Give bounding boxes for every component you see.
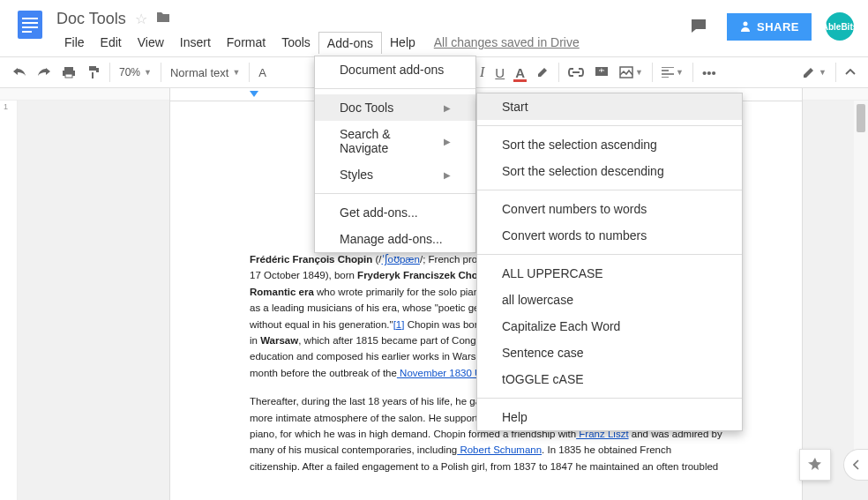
submenu-num-to-words[interactable]: Convert numbers to words [477,196,742,222]
share-label: SHARE [757,20,799,34]
undo-button[interactable] [7,63,32,82]
avatar[interactable]: AbleBits [826,12,854,41]
menubar: File Edit View Insert Format Tools Add-o… [56,30,685,55]
menu-doc-tools[interactable]: Doc Tools▶ [315,94,475,121]
side-panel-toggle[interactable] [843,449,868,481]
submenu-capitalize[interactable]: Capitalize Each Word [477,313,742,340]
submenu-sort-asc[interactable]: Sort the selection ascending [477,131,742,158]
submenu-sort-desc[interactable]: Sort the selection descending [477,158,742,184]
chevron-right-icon: ▶ [444,137,451,146]
chevron-right-icon: ▶ [444,170,451,180]
font-select[interactable]: A [253,63,272,83]
svg-rect-0 [18,11,42,39]
svg-rect-8 [65,74,72,78]
italic-button[interactable]: I [475,61,490,84]
submenu-upper[interactable]: ALL UPPERCASE [477,260,742,287]
svg-rect-9 [89,66,96,71]
align-button[interactable]: ▼ [656,63,689,81]
submenu-sentence[interactable]: Sentence case [477,340,742,366]
svg-point-5 [743,22,747,26]
menu-view[interactable]: View [130,32,172,53]
submenu-words-to-num[interactable]: Convert words to numbers [477,222,742,249]
person-add-icon [739,20,752,33]
editing-mode-button[interactable]: ▼ [797,62,832,83]
svg-rect-1 [22,18,38,19]
menu-insert[interactable]: Insert [172,32,219,53]
paragraph-style-select[interactable]: Normal text▼ [165,63,245,83]
more-button[interactable]: ••• [697,62,722,84]
menu-document-addons[interactable]: Document add-ons [315,56,475,83]
vertical-ruler[interactable]: 1 [0,101,18,500]
underline-button[interactable]: U [490,62,510,84]
explore-button[interactable] [799,449,831,481]
comments-button[interactable] [685,12,713,41]
ipa-link[interactable]: ˈʃoʊpæn [382,254,420,265]
submenu-start[interactable]: Start [477,93,742,120]
addons-dropdown: Document add-ons Doc Tools▶ Search & Nav… [314,56,476,253]
paint-format-button[interactable] [81,62,106,83]
vertical-scrollbar[interactable] [854,101,868,474]
highlight-button[interactable] [530,62,555,83]
menu-help[interactable]: Help [382,32,423,53]
save-status[interactable]: All changes saved in Drive [434,35,580,49]
star-icon[interactable]: ☆ [135,11,147,27]
submenu-toggle[interactable]: tOGGLE cASE [477,366,742,392]
link-button[interactable] [563,64,589,80]
menu-edit[interactable]: Edit [93,32,130,53]
schumann-link[interactable]: Robert Schumann [457,444,542,455]
redo-button[interactable] [32,63,56,82]
svg-rect-6 [64,67,73,71]
scrollbar-thumb[interactable] [857,104,865,132]
svg-text:+: + [599,66,603,75]
submenu-help[interactable]: Help [477,404,742,430]
folder-icon[interactable] [156,11,170,26]
ruler-tick: 1 [4,102,8,111]
menu-addons[interactable]: Add-ons [318,32,382,54]
collapse-toolbar-button[interactable] [840,65,861,79]
menu-tools[interactable]: Tools [273,32,318,53]
menu-styles[interactable]: Styles▶ [315,161,475,188]
zoom-select[interactable]: 70%▼ [114,63,157,82]
chevron-right-icon: ▶ [444,103,451,113]
docs-logo[interactable] [14,9,49,44]
image-button[interactable]: ▼ [614,63,648,82]
menu-search-navigate[interactable]: Search & Navigate▶ [315,121,475,161]
share-button[interactable]: SHARE [727,13,812,41]
menu-get-addons[interactable]: Get add-ons... [315,199,475,226]
doc-title[interactable]: Doc Tools [56,10,126,28]
text-color-button[interactable]: A [510,62,530,84]
print-button[interactable] [56,63,81,82]
doc-tools-submenu: Start Sort the selection ascending Sort … [476,93,743,431]
menu-manage-addons[interactable]: Manage add-ons... [315,226,475,252]
comment-button[interactable]: + [589,63,614,82]
menu-format[interactable]: Format [219,32,273,53]
submenu-lower[interactable]: all lowercase [477,287,742,313]
citation-link[interactable]: [1] [393,319,405,330]
svg-rect-4 [22,31,32,33]
svg-rect-2 [22,22,38,24]
menu-file[interactable]: File [56,32,93,53]
svg-rect-3 [22,26,38,28]
indent-marker-icon[interactable] [250,91,258,97]
